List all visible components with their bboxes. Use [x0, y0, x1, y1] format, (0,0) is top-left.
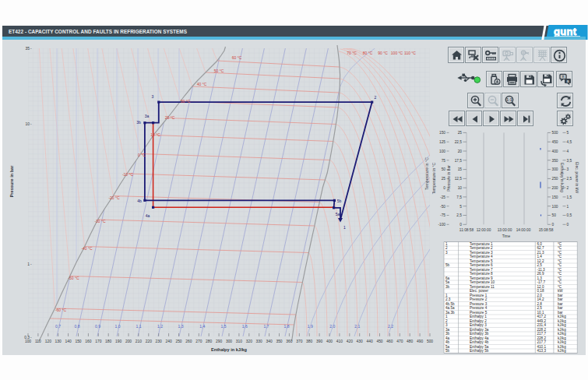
svg-text:310: 310 [236, 340, 242, 343]
svg-text:380: 380 [306, 340, 312, 343]
svg-text:12:00:00: 12:00:00 [477, 228, 491, 232]
svg-text:°C: °C [558, 255, 562, 259]
svg-text:kJ/kg: kJ/kg [558, 336, 566, 340]
svg-text:Enthalpy 1: Enthalpy 1 [470, 315, 487, 318]
svg-text:11:08:58: 11:08:58 [459, 228, 474, 232]
svg-text:280: 280 [206, 340, 212, 343]
svg-text:250: 250 [175, 340, 181, 343]
svg-text:100 °C: 100 °C [391, 51, 403, 55]
svg-text:bar: bar [558, 306, 563, 310]
svg-text:100: 100 [25, 340, 31, 343]
svg-text:2,0: 2,0 [537, 294, 543, 297]
svg-text:3a: 3a [445, 328, 450, 332]
svg-text:62,7: 62,7 [537, 246, 544, 250]
svg-text:-20 °C: -20 °C [108, 195, 120, 200]
svg-text:Temperature 10: Temperature 10 [470, 280, 495, 284]
svg-text:5a: 5a [445, 280, 450, 284]
svg-text:290: 290 [216, 340, 222, 343]
svg-text:460: 460 [386, 340, 393, 343]
svg-text:125: 125 [439, 140, 445, 144]
svg-text:1,4: 1,4 [537, 255, 543, 259]
svg-text:2,8: 2,8 [537, 302, 543, 306]
svg-text:7,5: 7,5 [456, 195, 462, 199]
svg-text:0,5: 0,5 [567, 213, 572, 217]
svg-text:3: 3 [445, 251, 448, 255]
svg-text:110 °C: 110 °C [404, 51, 416, 55]
svg-text:500: 500 [552, 131, 558, 135]
svg-text:°C: °C [558, 246, 562, 250]
svg-text:2,5: 2,5 [537, 306, 543, 310]
svg-text:°C: °C [558, 280, 562, 284]
svg-text:430: 430 [357, 340, 363, 343]
svg-text:140: 140 [65, 340, 72, 343]
svg-text:n: n [562, 74, 565, 79]
svg-text:-: - [30, 122, 32, 126]
svg-text:150: 150 [75, 340, 81, 343]
svg-text:°C: °C [558, 285, 562, 289]
svg-text:300: 300 [552, 167, 558, 171]
svg-text:260: 260 [185, 340, 192, 343]
svg-text:kJ/kg: kJ/kg [558, 332, 566, 336]
svg-text:270: 270 [195, 340, 202, 343]
svg-text:kJ/kg: kJ/kg [558, 319, 566, 323]
svg-text:1,6: 1,6 [242, 324, 248, 329]
svg-text:kW: kW [558, 289, 563, 293]
svg-text:°C: °C [558, 263, 562, 267]
svg-text:200: 200 [552, 186, 558, 190]
svg-text:4a: 4a [445, 336, 450, 340]
svg-text:Pressure in bar: Pressure in bar [446, 165, 451, 192]
svg-text:110: 110 [35, 340, 41, 343]
svg-text:340: 340 [266, 340, 273, 343]
svg-text:160: 160 [85, 340, 91, 343]
svg-text:Enthalpy in kJ/kg: Enthalpy in kJ/kg [560, 163, 565, 192]
svg-text:Pressure 4: Pressure 4 [470, 306, 488, 310]
svg-text:1: 1 [343, 225, 346, 230]
svg-text:1: 1 [27, 262, 30, 266]
svg-text:5b: 5b [445, 349, 450, 353]
svg-text:2: 2 [375, 95, 377, 100]
svg-text:0: 0 [459, 223, 462, 227]
svg-text:-10 °C: -10 °C [122, 172, 134, 177]
svg-text:0,9: 0,9 [95, 324, 100, 329]
svg-text:-40 °C: -40 °C [81, 246, 93, 251]
svg-text:3: 3 [445, 323, 448, 327]
svg-text:20 °C: 20 °C [165, 115, 175, 120]
svg-text:370: 370 [296, 340, 302, 343]
svg-text:480: 480 [407, 340, 413, 343]
svg-text:75: 75 [442, 159, 446, 163]
svg-text:449,2: 449,2 [537, 319, 547, 323]
svg-text:12,2: 12,2 [537, 259, 544, 263]
svg-text:320: 320 [246, 340, 252, 343]
svg-text:1: 1 [567, 205, 569, 209]
svg-text:470: 470 [396, 340, 403, 343]
svg-text:150: 150 [552, 195, 558, 199]
svg-text:2,2: 2,2 [388, 324, 393, 329]
svg-text:3: 3 [152, 94, 154, 99]
svg-text:1,3: 1,3 [537, 276, 543, 280]
svg-text:Enthalpy 5a: Enthalpy 5a [470, 345, 489, 349]
svg-text:490: 490 [417, 340, 423, 343]
svg-text:0,7: 0,7 [55, 324, 61, 329]
svg-text:Enthalpy 3b: Enthalpy 3b [470, 332, 489, 336]
svg-text:2,0: 2,0 [329, 324, 335, 329]
svg-text:1: 1 [445, 294, 448, 297]
svg-text:50: 50 [552, 213, 557, 217]
svg-text:50: 50 [442, 167, 446, 171]
svg-text:35: 35 [26, 47, 30, 51]
svg-text:-100: -100 [438, 223, 445, 227]
svg-text:5a: 5a [336, 212, 340, 216]
svg-text:22,5: 22,5 [455, 140, 463, 144]
svg-text:0: 0 [443, 186, 445, 190]
svg-text:°C: °C [558, 259, 562, 263]
svg-text:150: 150 [439, 131, 445, 135]
svg-text:230: 230 [156, 340, 162, 343]
svg-text:°C: °C [558, 272, 562, 276]
svg-text:1: 1 [445, 242, 448, 246]
svg-text:4a.5a: 4a.5a [445, 306, 455, 310]
svg-text:Elec. power: Elec. power [470, 289, 488, 293]
svg-text:360: 360 [286, 340, 292, 343]
svg-text:Pressure in bar: Pressure in bar [9, 165, 14, 198]
svg-text:Time: Time [502, 234, 511, 238]
svg-text:410: 410 [336, 340, 343, 343]
svg-text:Temperature 9: Temperature 9 [470, 276, 493, 280]
